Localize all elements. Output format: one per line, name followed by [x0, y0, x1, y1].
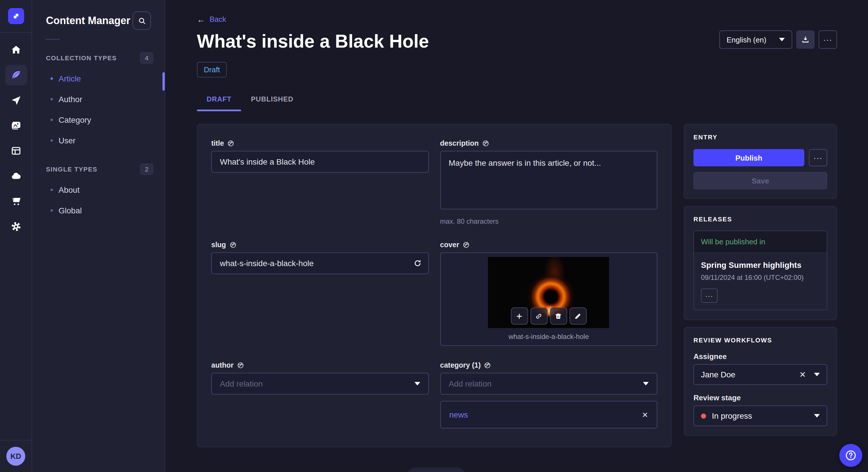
field-title: title	[211, 139, 429, 225]
gear-icon	[10, 221, 22, 232]
link-icon	[535, 312, 543, 320]
rail-bottom: KD	[0, 440, 32, 472]
category-relation-combobox[interactable]: Add relation	[440, 373, 657, 395]
back-button[interactable]: ← Back	[197, 15, 837, 24]
description-textarea[interactable]: Maybe the answer is in this article, or …	[440, 151, 657, 209]
version-tabs: DRAFT PUBLISHED	[197, 95, 837, 111]
entry-more-button[interactable]: ···	[809, 149, 827, 166]
field-author: author Add relation	[211, 361, 429, 429]
slug-input[interactable]	[211, 252, 429, 274]
field-description: description Maybe the answer is in this …	[440, 139, 657, 225]
sidebar-item-label: Article	[59, 74, 81, 83]
strapi-logo-icon[interactable]	[8, 8, 24, 24]
cover-actions	[511, 307, 587, 325]
title-input[interactable]	[211, 151, 429, 173]
bullet-icon	[51, 209, 53, 212]
save-button[interactable]: Save	[693, 172, 827, 189]
bullet-icon	[51, 77, 53, 80]
sidebar-item-label: Global	[59, 206, 82, 215]
sidebar-item-label: Author	[59, 95, 82, 104]
nav-content-type-builder[interactable]	[5, 140, 27, 161]
user-avatar[interactable]: KD	[6, 447, 25, 466]
globe-icon	[484, 362, 491, 369]
chevron-down-icon	[814, 373, 820, 376]
clear-assignee-icon[interactable]: ✕	[799, 370, 806, 379]
help-button[interactable]	[839, 444, 862, 467]
section-label: COLLECTION TYPES	[46, 55, 117, 61]
edit-form-card: title description Maybe the answer is in…	[197, 124, 672, 447]
nav-media-library[interactable]	[5, 115, 27, 136]
add-media-button[interactable]	[511, 307, 528, 325]
stage-value: In progress	[712, 411, 814, 420]
chevron-down-icon	[414, 382, 420, 385]
nav-content-manager[interactable]	[5, 65, 27, 86]
copy-link-button[interactable]	[530, 307, 548, 325]
globe-icon	[463, 241, 470, 248]
release-more-button[interactable]: ···	[701, 289, 718, 303]
field-label-text: cover	[440, 241, 459, 249]
status-badge: Draft	[197, 62, 227, 77]
delete-media-button[interactable]	[550, 307, 567, 325]
locale-value: English (en)	[726, 35, 766, 44]
globe-icon	[227, 140, 234, 147]
header-actions: English (en) ···	[719, 30, 837, 49]
release-status: Will be published in	[694, 231, 827, 253]
rail-divider	[0, 32, 32, 33]
sidebar-item-category[interactable]: Category	[32, 109, 165, 130]
feather-icon	[10, 69, 22, 81]
review-stage-label: Review stage	[693, 394, 827, 402]
sidebar-item-label: Category	[59, 115, 91, 125]
cover-media-box: what-s-inside-a-black-hole	[440, 252, 657, 346]
globe-icon	[229, 241, 236, 248]
publish-button[interactable]: Publish	[693, 149, 804, 166]
trash-icon	[555, 312, 562, 320]
back-link[interactable]: Back	[210, 15, 226, 24]
globe-icon	[482, 140, 489, 147]
content-manager-subnav: Content Manager COLLECTION TYPES 4 Artic…	[32, 0, 165, 472]
bullet-icon	[51, 119, 53, 121]
sidebar-item-global[interactable]: Global	[32, 200, 165, 221]
main-content: ← Back English (en) ··· What's inside a …	[165, 0, 868, 472]
side-panel: ENTRY Publish ··· Save RELEASES Will be …	[684, 124, 837, 436]
tab-draft[interactable]: DRAFT	[197, 95, 241, 111]
locale-select[interactable]: English (en)	[719, 30, 792, 49]
more-actions-button[interactable]: ···	[818, 30, 837, 49]
field-label-text: category (1)	[440, 361, 481, 369]
field-label-text: slug	[211, 241, 226, 249]
scrollbar-indicator[interactable]	[162, 72, 165, 91]
remove-relation-icon[interactable]: ✕	[642, 411, 648, 418]
nav-releases[interactable]	[5, 90, 27, 111]
relation-placeholder: Add relation	[448, 379, 491, 388]
assignee-label: Assignee	[693, 352, 827, 361]
sidebar-item-user[interactable]: User	[32, 130, 165, 151]
edit-media-button[interactable]	[569, 307, 587, 325]
nav-settings[interactable]	[5, 216, 27, 237]
layout-icon	[10, 145, 22, 157]
regenerate-slug-icon[interactable]	[413, 259, 422, 268]
plus-icon	[516, 312, 523, 320]
pencil-icon	[575, 312, 582, 320]
chevron-down-icon	[814, 414, 820, 417]
nav-marketplace[interactable]	[5, 191, 27, 212]
section-single-types: SINGLE TYPES 2 About Global	[32, 164, 165, 221]
collapsed-bottom-panel[interactable]	[408, 467, 465, 472]
subnav-divider	[46, 39, 60, 40]
sidebar-item-author[interactable]: Author	[32, 89, 165, 109]
cart-icon	[10, 196, 22, 207]
field-label-text: description	[440, 139, 479, 147]
nav-home[interactable]	[5, 40, 27, 60]
nav-cloud[interactable]	[5, 166, 27, 187]
sidebar-item-article[interactable]: Article	[32, 68, 165, 89]
relation-link[interactable]: news	[449, 410, 468, 419]
sidebar-item-about[interactable]: About	[32, 179, 165, 200]
author-relation-combobox[interactable]: Add relation	[211, 373, 429, 395]
export-button[interactable]	[796, 30, 815, 49]
tab-published[interactable]: PUBLISHED	[241, 95, 303, 111]
download-icon	[801, 36, 809, 43]
review-title: REVIEW WORKFLOWS	[693, 337, 827, 343]
cloud-icon	[10, 170, 22, 182]
review-workflows-card: REVIEW WORKFLOWS Assignee Jane Doe ✕ Rev…	[684, 327, 837, 436]
review-stage-combobox[interactable]: In progress	[693, 405, 827, 426]
assignee-combobox[interactable]: Jane Doe ✕	[693, 364, 827, 385]
search-button[interactable]	[133, 11, 151, 30]
